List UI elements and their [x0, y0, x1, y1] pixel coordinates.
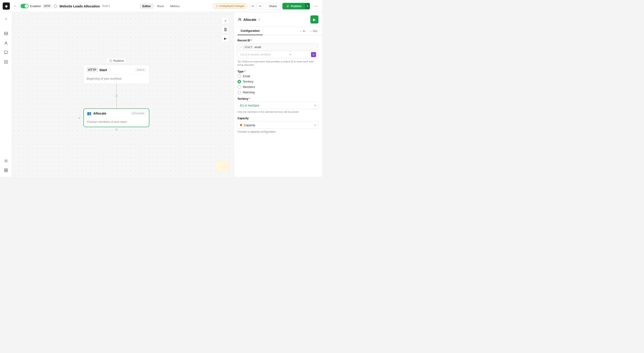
type-section: Type * Email Territory Members [238, 70, 318, 94]
allocate-node-header-left: 👥 Allocate [87, 111, 106, 115]
tab-configuration[interactable]: Configuration [238, 27, 263, 35]
token-icon: ↔ [240, 46, 242, 48]
capacity-label: Capacity [238, 117, 318, 120]
panel-title-row: Allocate ✓ [238, 18, 261, 22]
in-arrow-icon: → [300, 30, 302, 33]
allocate-node-desc: Choose members of your team [87, 120, 127, 124]
variable-button[interactable]: f [311, 52, 316, 57]
sidebar-item-database[interactable] [2, 30, 10, 38]
panel-body: Record ID * ↔ start email Use {{ to acce… [234, 35, 322, 137]
clock-icon: 🕐 [109, 59, 112, 62]
svg-rect-11 [224, 29, 227, 29]
token-name: start [243, 46, 253, 49]
publish-main-button[interactable]: ⚡ Publish [282, 3, 305, 10]
record-id-section: Record ID * ↔ start email Use {{ to acce… [238, 39, 318, 67]
canvas-toolbar: + ▶ [222, 17, 229, 42]
radio-members-label: Members [243, 85, 255, 89]
more-options-button[interactable]: ··· [312, 3, 319, 10]
sidebar-item-settings[interactable] [2, 157, 10, 165]
svg-text:f: f [313, 54, 314, 56]
type-option-territory[interactable]: Territory [238, 80, 318, 84]
topbar-nav: Editor Runs Metrics [140, 3, 182, 9]
tab-metrics[interactable]: Metrics [168, 3, 182, 9]
allocate-node[interactable]: 👥 Allocate allocate Choose members of yo… [84, 109, 149, 127]
draft-dropdown[interactable]: Draft ▾ [102, 5, 110, 8]
panel-run-button[interactable]: ▶ [310, 16, 318, 24]
territory-helper: Only the members in the selected territo… [238, 110, 318, 114]
publish-icon: ⚡ [286, 5, 290, 8]
topbar-left: ◈ ← Enabled HTTP ⬡ Website Leads Allocat… [3, 3, 138, 10]
panel-tab-right: → In → Out [298, 27, 318, 35]
radio-territory[interactable] [238, 80, 241, 84]
allocate-node-body: Choose members of your team [84, 117, 149, 127]
start-node-body: Beginning of your workflow [84, 74, 149, 84]
tab-editor[interactable]: Editor [140, 3, 154, 9]
connector-dot-2 [116, 129, 118, 131]
workflow-area: 🕐 Realtime HTTP Start start Beginning of… [84, 58, 149, 131]
left-sidebar: ⌂ [0, 12, 12, 177]
capacity-remove-button[interactable]: × [314, 123, 316, 127]
panel-header: Allocate ✓ ▶ [234, 12, 322, 27]
svg-point-1 [5, 42, 7, 43]
type-label: Type * [238, 70, 318, 73]
radio-email[interactable] [238, 75, 241, 78]
play-button[interactable]: ▶ [222, 35, 229, 42]
svg-rect-3 [4, 60, 8, 64]
sidebar-item-integrations[interactable] [2, 166, 10, 174]
start-node[interactable]: HTTP Start start Beginning of your workf… [84, 65, 149, 84]
svg-rect-10 [6, 170, 8, 172]
sidebar-item-home[interactable]: ⌂ [2, 15, 10, 23]
type-option-members[interactable]: Members [238, 85, 318, 89]
publish-arrow-button[interactable]: ▾ [305, 3, 310, 9]
record-id-placeholder: Use {{ to access variables [240, 53, 271, 56]
record-id-token: ↔ start email [238, 44, 318, 51]
edit-icon: ✏ [290, 53, 292, 56]
hubspot-icon: ⬡ [54, 4, 57, 9]
allocate-node-title: Allocate [93, 111, 106, 115]
nav-tabs: Editor Runs Metrics [140, 3, 182, 9]
radio-matching-label: Matching [243, 91, 255, 94]
add-node-button[interactable]: + [222, 17, 229, 24]
svg-point-16 [240, 19, 241, 20]
tab-runs[interactable]: Runs [154, 3, 166, 9]
publish-button[interactable]: ⚡ Publish ▾ [282, 3, 310, 10]
sidebar-item-contacts[interactable] [2, 39, 10, 47]
radio-members[interactable] [238, 85, 241, 89]
territory-value: EU in HubSpot [240, 104, 259, 107]
svg-rect-8 [6, 169, 8, 170]
territory-required: * [249, 97, 250, 100]
redo-button[interactable]: ↪ [257, 3, 264, 10]
choose-capacity-label: Choose a capacity configuration [238, 130, 318, 133]
radio-matching[interactable] [238, 91, 241, 94]
capacity-item: Capacity × [238, 121, 318, 129]
enable-toggle[interactable] [20, 4, 28, 8]
tab-out-button[interactable]: → Out [308, 28, 318, 35]
connector-line-2 [116, 97, 117, 109]
back-button[interactable]: ← [12, 3, 18, 9]
type-option-email[interactable]: Email [238, 75, 318, 78]
http-badge: HTTP [43, 4, 52, 8]
realtime-badge: 🕐 Realtime [106, 58, 127, 64]
app-logo: ◈ [3, 3, 10, 10]
layers-button[interactable] [222, 26, 229, 33]
panel-title: Allocate [243, 18, 256, 22]
record-id-input-row[interactable]: Use {{ to access variables ✏ f [238, 51, 318, 58]
radio-territory-label: Territory [243, 80, 253, 83]
tab-in-button[interactable]: → In [298, 28, 306, 35]
right-panel: Allocate ✓ ▶ Configuration → In → Out [234, 12, 322, 177]
allocate-node-wrap: ✓ 👥 Allocate allocate Choose members of … [84, 109, 149, 127]
type-option-matching[interactable]: Matching [238, 91, 318, 94]
undo-redo-group: ↩ ↪ [250, 3, 264, 10]
territory-label: Territory * [238, 97, 318, 100]
sidebar-item-chat[interactable] [2, 49, 10, 57]
chevron-down-icon: ▾ [314, 104, 316, 107]
realtime-label: Realtime [113, 59, 124, 62]
territory-dropdown[interactable]: EU in HubSpot ▾ [238, 102, 318, 109]
share-button[interactable]: Share [266, 3, 280, 10]
sidebar-item-tasks[interactable] [2, 58, 10, 66]
undo-button[interactable]: ↩ [250, 3, 256, 10]
svg-point-15 [239, 18, 240, 20]
panel-allocate-icon [238, 18, 242, 22]
start-node-desc: Beginning of your workflow [87, 77, 122, 80]
enable-toggle-wrap: Enabled [20, 4, 41, 8]
